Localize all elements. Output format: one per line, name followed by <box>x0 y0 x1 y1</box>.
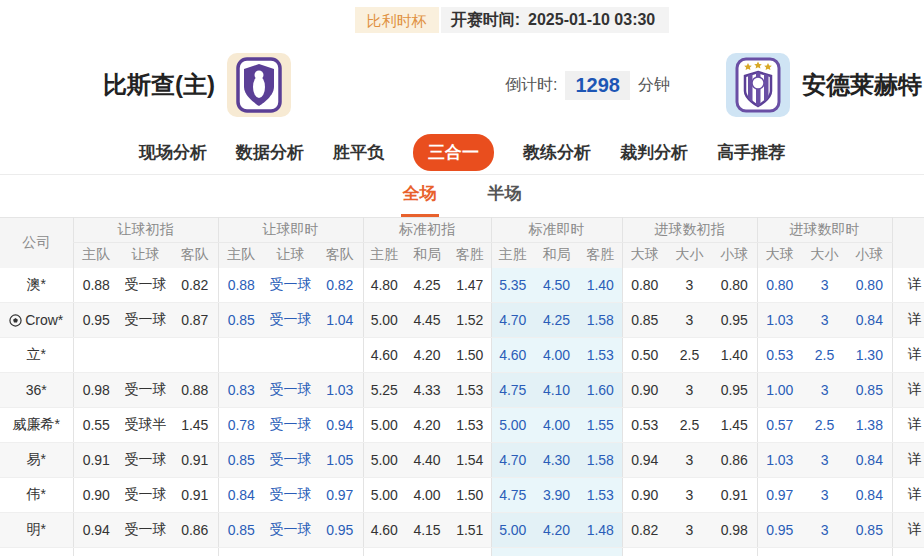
partial-cell <box>802 548 847 556</box>
match-header: 比斯查(主) 倒计时: 1298 分钟 <box>0 40 924 130</box>
odds-cell: 1.53 <box>579 478 622 513</box>
detail-link[interactable]: 详 <box>892 268 924 303</box>
odds-cell: 4.30 <box>534 443 579 478</box>
subcol-header: 主胜 <box>491 243 534 268</box>
odds-cell <box>317 338 363 373</box>
odds-cell: 4.75 <box>491 373 534 408</box>
away-team-name: 安德莱赫特 <box>802 69 922 101</box>
odds-cell: 受一球 <box>264 373 317 408</box>
odds-cell: 1.54 <box>449 443 491 478</box>
partial-cell <box>667 548 712 556</box>
nav-tab-0[interactable]: 现场分析 <box>139 141 207 164</box>
subcol-header: 客胜 <box>579 243 622 268</box>
odds-cell: 0.87 <box>172 303 218 338</box>
nav-tab-5[interactable]: 裁判分析 <box>620 141 688 164</box>
nav-tab-2[interactable]: 胜平负 <box>333 141 384 164</box>
odds-cell: 3 <box>667 268 712 303</box>
odds-cell: 0.85 <box>218 443 264 478</box>
subcol-header: 让球 <box>119 243 172 268</box>
countdown-value: 1298 <box>565 71 630 100</box>
detail-link[interactable]: 详 <box>892 338 924 373</box>
odds-cell: 3 <box>802 268 847 303</box>
detail-link[interactable]: 详 <box>892 443 924 478</box>
nav-tab-1[interactable]: 数据分析 <box>236 141 304 164</box>
detail-link[interactable]: 详 <box>892 513 924 548</box>
countdown-block: 倒计时: 1298 分钟 <box>451 71 724 100</box>
odds-cell: 0.94 <box>622 443 667 478</box>
away-team-logo-icon <box>726 53 790 117</box>
odds-cell: 1.04 <box>317 303 363 338</box>
subtab-0[interactable]: 全场 <box>401 176 439 217</box>
odds-cell <box>119 338 172 373</box>
detail-link[interactable]: 详 <box>892 373 924 408</box>
partial-cell <box>0 548 73 556</box>
odds-cell: 4.20 <box>534 513 579 548</box>
odds-cell: 0.55 <box>73 408 119 443</box>
odds-cell: 0.95 <box>757 513 802 548</box>
subcol-header: 大小 <box>667 243 712 268</box>
odds-cell <box>73 338 119 373</box>
odds-cell: 1.52 <box>449 303 491 338</box>
odds-cell: 0.80 <box>847 268 892 303</box>
nav-tab-6[interactable]: 高手推荐 <box>717 141 785 164</box>
odds-cell: 0.84 <box>218 478 264 513</box>
subtab-1[interactable]: 半场 <box>486 176 524 217</box>
kickoff-label: 开赛时间: <box>451 10 520 31</box>
odds-cell: 0.95 <box>712 373 757 408</box>
odds-cell: 1.58 <box>579 443 622 478</box>
odds-cell: 4.00 <box>405 478 449 513</box>
odds-cell: 3 <box>667 373 712 408</box>
odds-cell: 4.40 <box>405 443 449 478</box>
partial-row <box>0 548 924 556</box>
odds-cell: 0.88 <box>218 268 264 303</box>
countdown-unit: 分钟 <box>638 75 670 96</box>
nav-tab-4[interactable]: 教练分析 <box>523 141 591 164</box>
odds-cell: 5.35 <box>491 268 534 303</box>
partial-cell <box>264 548 317 556</box>
partial-cell <box>847 548 892 556</box>
detail-link[interactable]: 详 <box>892 303 924 338</box>
odds-cell: 1.60 <box>579 373 622 408</box>
nav-tab-3[interactable]: 三合一 <box>413 134 494 171</box>
odds-cell: 受一球 <box>264 478 317 513</box>
top-bar: 比利时杯 开赛时间: 2025-01-10 03:30 <box>50 0 924 40</box>
odds-cell: 4.25 <box>405 268 449 303</box>
odds-cell: 0.95 <box>317 513 363 548</box>
odds-row-澳: 澳*0.88受一球0.820.88受一球0.824.804.251.475.35… <box>0 268 924 303</box>
odds-cell: 1.00 <box>757 373 802 408</box>
partial-cell <box>405 548 449 556</box>
odds-cell: 4.20 <box>405 338 449 373</box>
odds-cell: 4.10 <box>534 373 579 408</box>
period-subtabs: 全场半场 <box>0 175 924 217</box>
odds-cell: 0.78 <box>218 408 264 443</box>
odds-cell: 1.40 <box>579 268 622 303</box>
odds-cell: 5.00 <box>363 443 405 478</box>
odds-cell: 受一球 <box>119 513 172 548</box>
partial-cell <box>622 548 667 556</box>
partial-cell <box>491 548 534 556</box>
odds-cell: 4.20 <box>405 408 449 443</box>
odds-cell: 4.70 <box>491 443 534 478</box>
odds-row-立: 立*4.604.201.504.604.001.530.502.51.400.5… <box>0 338 924 373</box>
league-badge[interactable]: 比利时杯 <box>355 7 439 33</box>
odds-cell: 2.5 <box>802 408 847 443</box>
odds-row-伟: 伟*0.90受一球0.910.84受一球0.975.004.001.504.75… <box>0 478 924 513</box>
subcol-header: 主胜 <box>363 243 405 268</box>
partial-cell <box>712 548 757 556</box>
subcol-header: 大球 <box>622 243 667 268</box>
odds-cell: 1.03 <box>757 303 802 338</box>
kickoff-time-block: 开赛时间: 2025-01-10 03:30 <box>441 7 670 33</box>
odds-cell: 0.85 <box>622 303 667 338</box>
odds-cell: 4.25 <box>534 303 579 338</box>
detail-link[interactable]: 详 <box>892 408 924 443</box>
home-team-name: 比斯查(主) <box>103 69 215 101</box>
odds-row-威廉希: 威廉希*0.55受球半1.450.78受一球0.945.004.201.535.… <box>0 408 924 443</box>
odds-cell: 5.00 <box>491 408 534 443</box>
odds-table: 公司 让球初指 让球即时 标准初指 标准即时 进球数初指 进球数即时 主队让球客… <box>0 217 924 556</box>
detail-link[interactable]: 详 <box>892 478 924 513</box>
odds-cell: 3 <box>802 303 847 338</box>
odds-cell: 4.15 <box>405 513 449 548</box>
odds-cell: 受一球 <box>264 268 317 303</box>
odds-cell: 4.75 <box>491 478 534 513</box>
partial-cell <box>363 548 405 556</box>
